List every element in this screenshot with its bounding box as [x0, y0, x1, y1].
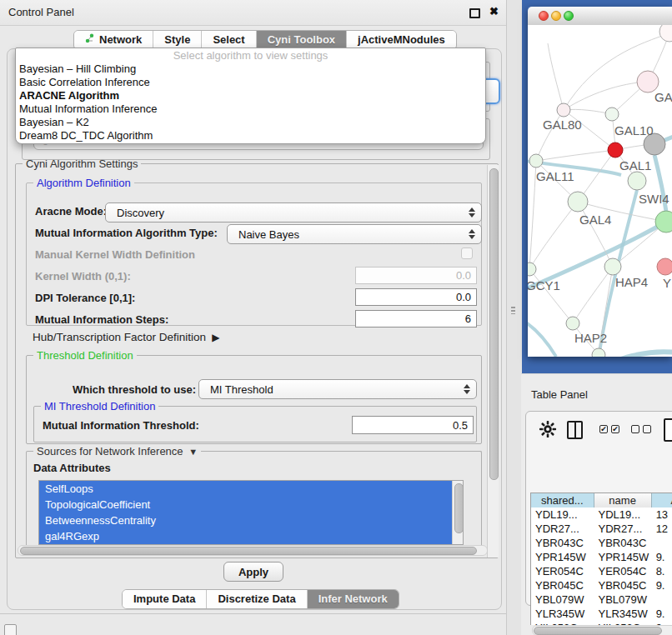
table-row[interactable]: YLR345WYLR345W9.	[531, 607, 672, 621]
table-cell[interactable]: YER054C	[531, 564, 594, 578]
gear-icon[interactable]	[539, 420, 557, 438]
mi-threshold-field[interactable]: 0.5	[352, 416, 474, 434]
tab-label: Impute Data	[133, 590, 195, 608]
algorithm-option[interactable]: ARACNE Algorithm	[16, 89, 485, 102]
table-cell[interactable]: 9.	[652, 578, 672, 592]
table-cell[interactable]: YBL079W	[531, 592, 594, 607]
table-cell[interactable]: YER054C	[594, 564, 652, 578]
tab-select[interactable]: Select	[202, 31, 256, 49]
table-cell[interactable]: YLR345W	[594, 607, 652, 621]
table-cell[interactable]: 13	[652, 508, 672, 522]
table-row[interactable]: YPR145WYPR145W9.	[531, 550, 672, 564]
settings-vertical-scrollbar[interactable]	[487, 165, 499, 558]
network-window-titlebar[interactable]	[528, 7, 672, 26]
zoom-traffic-light-icon[interactable]	[564, 11, 574, 21]
scrollbar-thumb[interactable]	[534, 627, 662, 635]
mi-steps-field[interactable]: 6	[355, 310, 477, 328]
data-attributes-list[interactable]: SelfLoopsTopologicalCoefficientBetweenne…	[38, 480, 464, 545]
node-swi4-small[interactable]	[628, 172, 646, 190]
tab-discretize-data[interactable]: Discretize Data	[207, 590, 307, 608]
float-icon[interactable]	[469, 8, 480, 18]
table-row[interactable]: YDL19...YDL19...13	[531, 508, 672, 522]
node-gcy1[interactable]	[528, 262, 536, 276]
table-row[interactable]: YBR043CYBR043C	[531, 536, 672, 550]
attribute-list-item[interactable]: TopologicalCoefficient	[39, 497, 463, 512]
algorithm-option[interactable]: Basic Correlation Inference	[16, 76, 485, 89]
table-row[interactable]: YDR27...YDR27...12	[531, 522, 672, 536]
table-cell[interactable]: YBR045C	[531, 578, 594, 592]
algorithm-option[interactable]: Bayesian – Hill Climbing	[16, 62, 485, 76]
dpi-tolerance-field[interactable]: 0.0	[355, 288, 477, 306]
minimize-traffic-light-icon[interactable]	[551, 11, 561, 21]
node-pink-right[interactable]	[657, 258, 672, 275]
document-icon[interactable]	[664, 418, 672, 442]
table-cell[interactable]: YBR045C	[594, 578, 652, 592]
tab-network[interactable]: Network	[74, 31, 153, 49]
node-gal80[interactable]	[557, 103, 570, 117]
mi-algo-type-combo[interactable]: Naive Bayes	[227, 224, 482, 244]
sources-title[interactable]: Sources for Network Inference ▼	[33, 445, 201, 458]
scrollbar-thumb[interactable]	[454, 483, 464, 533]
table-cell[interactable]: 9.	[652, 607, 672, 621]
table-row[interactable]: YER054CYER054C8.	[531, 564, 672, 578]
hub-definition-toggle[interactable]: Hub/Transcription Factor Definition ▶	[33, 331, 219, 343]
scrollbar-thumb[interactable]	[489, 168, 499, 480]
table-cell[interactable]: 12	[652, 522, 672, 536]
node-hap4[interactable]	[604, 258, 621, 275]
table-row[interactable]: YBL079WYBL079W	[531, 592, 672, 607]
collapsed-panel-icon[interactable]	[4, 624, 17, 635]
table-cell[interactable]: YDL19...	[531, 508, 594, 522]
attribute-list-scrollbar[interactable]	[452, 481, 463, 544]
table-cell[interactable]: YBR043C	[531, 536, 594, 550]
table-cell[interactable]	[652, 592, 672, 607]
algorithm-option[interactable]: Dream8 DC_TDC Algorithm	[16, 129, 485, 142]
close-icon[interactable]: ✖	[489, 5, 499, 18]
settings-horizontal-scrollbar[interactable]	[18, 545, 488, 556]
tab-impute-data[interactable]: Impute Data	[123, 590, 207, 608]
table-row[interactable]: YBR045CYBR045C9.	[531, 578, 672, 592]
scrollbar-thumb[interactable]	[20, 547, 477, 555]
which-threshold-combo[interactable]: MI Threshold	[198, 379, 477, 399]
node-hap2[interactable]	[566, 317, 579, 330]
splitter-grip-icon[interactable]	[511, 307, 515, 314]
network-canvas[interactable]: GALGAL80GAL10GAL1GAL11SWI4GAL4GCY1HAP4YH…	[528, 25, 672, 357]
table-cell[interactable]: YDL19...	[594, 508, 652, 522]
tab-jactivemnodules[interactable]: jActiveMNodules	[347, 31, 456, 49]
node-gal4[interactable]	[568, 192, 588, 212]
checkbox-unchecked-pair-icon[interactable]	[631, 425, 651, 433]
table-cell[interactable]: YDR27...	[594, 522, 652, 536]
node-gal10[interactable]	[605, 108, 619, 121]
table-cell[interactable]: YBL079W	[594, 592, 652, 607]
aracne-mode-combo[interactable]: Discovery	[105, 202, 482, 222]
table-cell[interactable]: YDR27...	[531, 522, 594, 536]
tab-cyni-toolbox[interactable]: Cyni Toolbox	[257, 31, 347, 49]
attribute-list-item[interactable]: gal4RGexp	[39, 528, 463, 544]
node-partial-top[interactable]	[659, 25, 672, 42]
aracne-mode-label: Aracne Mode:	[35, 205, 107, 218]
attribute-list-item[interactable]: BetweennessCentrality	[39, 512, 463, 528]
table-cell[interactable]: YPR145W	[531, 550, 594, 564]
table-cell[interactable]: 8.	[652, 564, 672, 578]
checkbox-checked-pair-icon[interactable]: ✔ ✔	[599, 425, 619, 433]
apply-button[interactable]: Apply	[223, 562, 283, 582]
table-header-cell[interactable]: shared...	[531, 493, 594, 508]
table-cell[interactable]: YPR145W	[594, 550, 652, 564]
table-horizontal-scrollbar[interactable]	[532, 625, 672, 635]
node-gal11[interactable]	[529, 154, 543, 168]
table-cell[interactable]: YBR043C	[594, 536, 652, 550]
tab-style[interactable]: Style	[153, 31, 202, 49]
table-cell[interactable]	[652, 536, 672, 550]
attribute-list-item[interactable]: SelfLoops	[39, 481, 463, 497]
columns-icon[interactable]	[567, 421, 583, 439]
table-cell[interactable]: YLR345W	[531, 607, 594, 621]
panel-splitter[interactable]	[506, 0, 522, 635]
table-header-cell[interactable]: A	[652, 493, 672, 508]
algorithm-option[interactable]: Bayesian – K2	[16, 116, 485, 129]
tab-infer-network[interactable]: Infer Network	[308, 590, 399, 608]
table-cell[interactable]: 9.	[652, 550, 672, 564]
node-gal1[interactable]	[608, 142, 623, 158]
close-traffic-light-icon[interactable]	[539, 11, 549, 21]
network-edge	[564, 109, 612, 114]
algorithm-option[interactable]: Mutual Information Inference	[16, 102, 485, 116]
table-header-cell[interactable]: name	[594, 493, 652, 508]
